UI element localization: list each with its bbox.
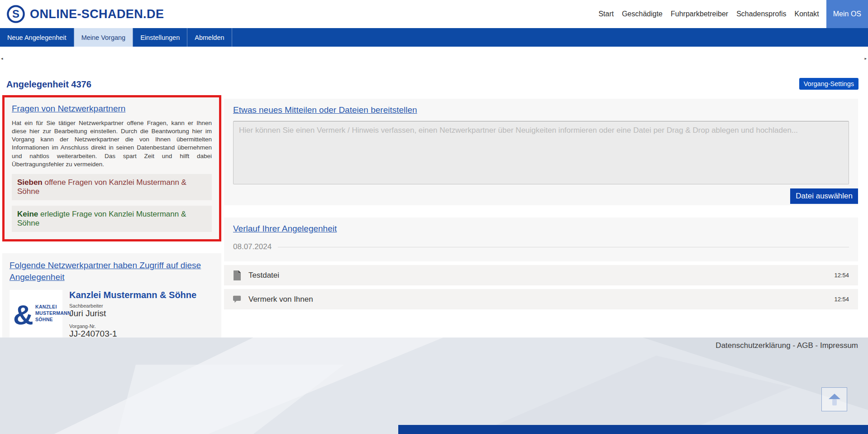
file-select-button[interactable]: Datei auswählen	[790, 188, 858, 204]
top-nav: Start Geschädigte Fuhrparkbetreiber Scha…	[594, 0, 868, 28]
bottom-bar	[398, 425, 868, 434]
history-date-row: 08.07.2024	[233, 242, 849, 251]
nav-schadensprofis[interactable]: Schadensprofis	[732, 10, 790, 18]
comment-icon	[233, 294, 241, 304]
tab-neue-angelegenheit[interactable]: Neue Angelegenheit	[0, 28, 74, 47]
message-textarea[interactable]	[233, 121, 849, 184]
history-title-link[interactable]: Verlauf Ihrer Angelegenheit	[233, 224, 337, 233]
arrow-up-icon	[827, 392, 842, 407]
page-title: Angelegenheit 4376	[6, 79, 868, 90]
tab-einstellungen[interactable]: Einstellungen	[133, 28, 187, 47]
open-questions-row[interactable]: Sieben offene Fragen von Kanzlei Musterm…	[12, 174, 212, 200]
open-questions-text: offene Fragen von Kanzlei Mustermann & S…	[17, 178, 186, 196]
questions-description: Hat ein für Sie tätiger Netzwerkpartner …	[12, 119, 212, 169]
footer-background-pattern	[0, 338, 868, 434]
compose-panel: Etwas neues Mitteilen oder Dateien berei…	[224, 99, 858, 205]
person-name: Juri Jurist	[69, 309, 196, 318]
scroll-top-button[interactable]	[821, 387, 847, 411]
content-columns: Fragen von Netzwerkpartnern Hat ein für …	[0, 95, 868, 355]
partners-title-link[interactable]: Folgende Netzwerkpartner haben Zugriff a…	[10, 260, 201, 282]
main-content: Angelegenheit 4376 Vorgang-Settings Frag…	[0, 47, 868, 355]
footer-links: Datenschutzerklärung - AGB - Impressum	[715, 341, 858, 350]
footer: Datenschutzerklärung - AGB - Impressum	[0, 338, 868, 434]
history-item-time: 12:54	[834, 272, 849, 279]
partner-card: & KANZLEI MUSTERMANN SÖHNE Kanzlei Muste…	[10, 290, 214, 343]
date-divider	[278, 247, 849, 247]
nav-fuhrparkbetreiber[interactable]: Fuhrparkbetreiber	[667, 10, 732, 18]
questions-title-link[interactable]: Fragen von Netzwerkpartnern	[12, 104, 125, 113]
history-item-label: Vermerk von Ihnen	[248, 295, 313, 304]
open-questions-count: Sieben	[17, 178, 43, 187]
footer-separator: -	[791, 341, 797, 350]
brand-title: ONLINE-SCHADEN.DE	[30, 7, 164, 21]
footer-link-agb[interactable]: AGB	[797, 341, 813, 350]
tab-abmelden[interactable]: Abmelden	[187, 28, 232, 47]
nav-start[interactable]: Start	[594, 10, 618, 18]
top-header: S ONLINE-SCHADEN.DE Start Geschädigte Fu…	[0, 0, 868, 28]
nav-geschaedigte[interactable]: Geschädigte	[618, 10, 667, 18]
history-date: 08.07.2024	[233, 242, 272, 251]
nav-mein-os[interactable]: Mein OS	[826, 0, 868, 28]
role-label: Sachbearbeiter	[69, 303, 196, 309]
ampersand-logo-icon: &	[13, 301, 33, 329]
done-questions-text: erledigte Frage von Kanzlei Mustermann &…	[17, 210, 186, 227]
done-questions-row[interactable]: Keine erledigte Frage von Kanzlei Muster…	[12, 206, 212, 232]
partner-info: Kanzlei Mustermann & Söhne Sachbearbeite…	[69, 290, 196, 343]
footer-link-impressum[interactable]: Impressum	[820, 341, 858, 350]
vorgang-settings-button[interactable]: Vorgang-Settings	[799, 78, 858, 90]
left-column: Fragen von Netzwerkpartnern Hat ein für …	[2, 95, 221, 355]
history-row-file[interactable]: Testdatei 12:54	[224, 265, 858, 285]
right-column: Etwas neues Mitteilen oder Dateien berei…	[224, 95, 858, 309]
questions-panel: Fragen von Netzwerkpartnern Hat ein für …	[2, 95, 221, 241]
done-questions-count: Keine	[17, 210, 38, 218]
footer-link-datenschutz[interactable]: Datenschutzerklärung	[715, 341, 790, 350]
file-icon	[233, 270, 241, 280]
tab-meine-vorgang[interactable]: Meine Vorgang	[74, 28, 134, 47]
case-label: Vorgang-Nr.	[69, 323, 196, 329]
page: S ONLINE-SCHADEN.DE Start Geschädigte Fu…	[0, 0, 868, 434]
partner-name[interactable]: Kanzlei Mustermann & Söhne	[69, 290, 196, 300]
history-panel: Verlauf Ihrer Angelegenheit 08.07.2024	[224, 217, 858, 262]
history-item-label: Testdatei	[248, 271, 279, 280]
svg-text:S: S	[12, 8, 19, 20]
brand[interactable]: S ONLINE-SCHADEN.DE	[0, 5, 164, 24]
compose-title-link[interactable]: Etwas neues Mitteilen oder Dateien berei…	[233, 105, 417, 115]
history-item-time: 12:54	[834, 296, 849, 303]
footer-separator: -	[813, 341, 820, 350]
main-nav: Neue Angelegenheit Meine Vorgang Einstel…	[0, 28, 868, 47]
brand-logo-icon: S	[6, 5, 25, 24]
history-row-note[interactable]: Vermerk von Ihnen 12:54	[224, 289, 858, 309]
partner-logo: & KANZLEI MUSTERMANN SÖHNE	[10, 290, 62, 343]
nav-kontakt[interactable]: Kontakt	[790, 10, 823, 18]
partner-logo-text: KANZLEI MUSTERMANN SÖHNE	[35, 304, 71, 323]
